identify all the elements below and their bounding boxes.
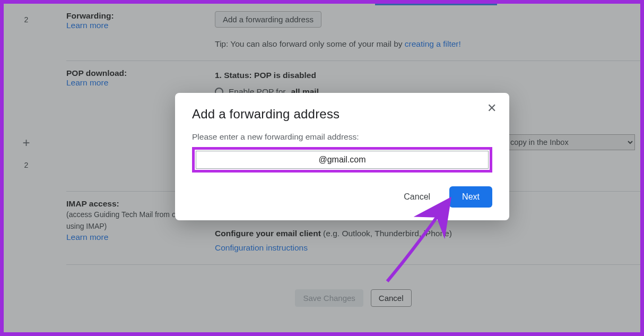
forwarding-email-input[interactable] bbox=[196, 151, 489, 169]
dialog-title: Add a forwarding address bbox=[192, 107, 492, 122]
dialog-next-button[interactable]: Next bbox=[449, 186, 492, 208]
dialog-cancel-button[interactable]: Cancel bbox=[399, 189, 434, 205]
add-forwarding-dialog: ✕ Add a forwarding address Please enter … bbox=[175, 93, 509, 220]
dialog-actions: Cancel Next bbox=[192, 186, 492, 208]
close-icon[interactable]: ✕ bbox=[487, 102, 497, 114]
input-annotation-highlight bbox=[192, 147, 492, 173]
dialog-prompt: Please enter a new forwarding email addr… bbox=[192, 132, 492, 142]
